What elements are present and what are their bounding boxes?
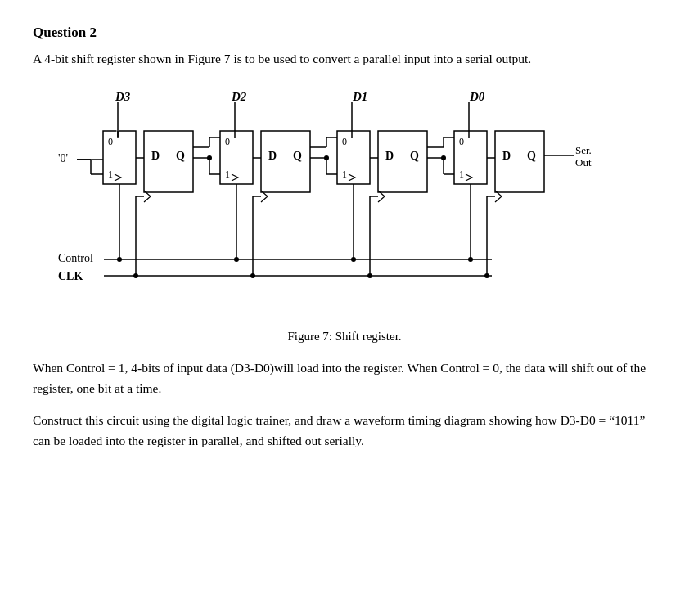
svg-point-72: [117, 257, 122, 262]
svg-text:Ser.: Ser.: [575, 144, 592, 156]
svg-text:1: 1: [342, 169, 347, 180]
svg-text:Q: Q: [527, 150, 536, 162]
svg-text:1: 1: [459, 169, 464, 180]
svg-text:D: D: [385, 150, 394, 162]
svg-text:D0: D0: [469, 90, 485, 103]
svg-text:D2: D2: [231, 90, 247, 103]
svg-point-90: [367, 273, 372, 278]
svg-text:'0': '0': [58, 152, 68, 164]
diagram-area: D3 D2 D1 D0 0 1 D Q '0' 0 1: [33, 86, 656, 344]
svg-point-30: [207, 155, 212, 160]
svg-text:Out: Out: [575, 156, 592, 169]
question-title: Question 2: [33, 25, 656, 41]
shift-register-diagram: D3 D2 D1 D0 0 1 D Q '0' 0 1: [34, 86, 655, 323]
svg-text:CLK: CLK: [58, 270, 83, 282]
svg-point-84: [133, 273, 138, 278]
svg-text:Q: Q: [176, 150, 185, 162]
svg-text:Q: Q: [293, 150, 302, 162]
svg-text:D3: D3: [115, 90, 131, 103]
svg-text:0: 0: [225, 136, 230, 147]
body-text-2: Construct this circuit using the digital…: [33, 411, 656, 452]
svg-text:1: 1: [108, 169, 113, 180]
svg-text:0: 0: [459, 136, 464, 147]
svg-point-87: [250, 273, 255, 278]
svg-text:D: D: [502, 150, 511, 162]
svg-point-81: [468, 257, 473, 262]
svg-text:0: 0: [342, 136, 347, 147]
svg-text:D: D: [151, 150, 160, 162]
svg-text:Control: Control: [58, 252, 93, 264]
svg-point-62: [441, 155, 446, 160]
intro-text: A 4-bit shift register shown in Figure 7…: [33, 49, 656, 68]
svg-point-46: [324, 155, 329, 160]
svg-text:1: 1: [225, 169, 230, 180]
svg-text:Q: Q: [410, 150, 419, 162]
svg-point-78: [351, 257, 356, 262]
svg-text:D: D: [268, 150, 277, 162]
figure-caption: Figure 7: Shift register.: [287, 330, 401, 344]
svg-point-93: [484, 273, 489, 278]
svg-text:0: 0: [108, 136, 113, 147]
svg-text:D1: D1: [352, 90, 367, 103]
body-text-1: When Control = 1, 4-bits of input data (…: [33, 358, 656, 399]
svg-point-75: [234, 257, 239, 262]
